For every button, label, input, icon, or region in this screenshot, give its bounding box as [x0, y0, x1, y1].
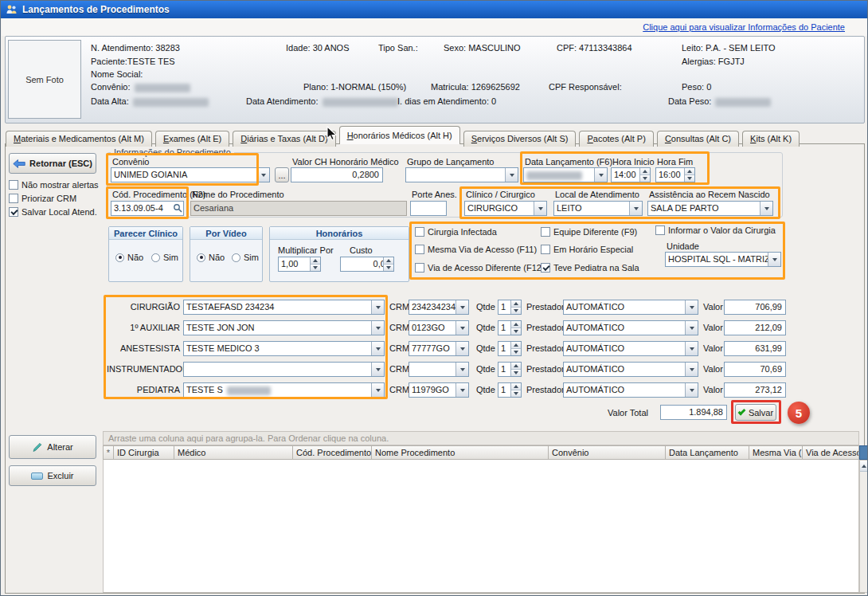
crm-select[interactable] — [409, 362, 469, 377]
prestador-select[interactable]: AUTOMÁTICO — [563, 320, 698, 335]
qtde-input[interactable]: 1 — [498, 341, 522, 356]
prestador-select[interactable]: AUTOMÁTICO — [563, 341, 698, 356]
excluir-button[interactable]: Excluir — [9, 465, 96, 486]
unidade-select[interactable]: HOSPITAL SQL - MATRIZ — [665, 252, 781, 267]
medico-select-auxiliar[interactable]: TESTE JON JON — [183, 320, 385, 335]
porte-anes-input[interactable] — [410, 201, 447, 216]
checkbox-horario-especial[interactable]: Em Horário Especial — [541, 245, 633, 254]
grupo-lancamento-select[interactable] — [405, 167, 518, 182]
dropdown-arrow-icon[interactable] — [768, 253, 780, 266]
group-by-bar[interactable]: Arraste uma coluna aqui para agrupa-la. … — [103, 431, 859, 445]
parecer-sim-radio[interactable]: Sim — [151, 253, 178, 262]
qtde-input[interactable]: 1 — [498, 362, 522, 377]
spinner-buttons[interactable] — [510, 321, 521, 335]
dropdown-arrow-icon[interactable] — [685, 321, 698, 335]
medico-select-instrumentador[interactable] — [183, 362, 385, 377]
retornar-button[interactable]: Retornar (ESC) — [9, 153, 96, 174]
hora-inicio-input[interactable]: 14:00 — [611, 167, 651, 182]
search-icon[interactable] — [173, 203, 182, 216]
spinner-buttons[interactable] — [684, 168, 694, 182]
spinner-buttons[interactable] — [510, 342, 521, 355]
tab-consultas[interactable]: Consultas (Alt C) — [657, 131, 739, 147]
checkbox-informar-valor[interactable]: Informar o Valor da Cirurgia — [655, 225, 776, 235]
tab-exames[interactable]: Exames (Alt E) — [155, 131, 229, 147]
checkbox-cirurgia-infectada[interactable]: Cirurgia Infectada — [415, 227, 497, 237]
video-sim-radio[interactable]: Sim — [232, 253, 259, 262]
medico-select-cirurgiao[interactable]: TESTAEFASD 234234 — [183, 300, 385, 315]
checkbox-nao-mostrar-alertas[interactable]: Não mostrar alertas — [9, 180, 99, 190]
dropdown-arrow-icon[interactable] — [371, 342, 384, 355]
tab-diarias-taxas[interactable]: Diárias e Taxas (Alt D) — [233, 131, 335, 147]
dropdown-arrow-icon[interactable] — [685, 300, 698, 314]
parecer-nao-radio[interactable]: Não — [115, 253, 143, 262]
prestador-select[interactable]: AUTOMÁTICO — [563, 382, 698, 398]
dropdown-arrow-icon[interactable] — [456, 363, 468, 376]
column-header-medico[interactable]: Médico — [174, 445, 293, 460]
column-header-via-de-acesso[interactable]: Via de Acesso — [803, 445, 859, 460]
tab-materiais-medicamentos[interactable]: Materiais e Medicamentos (Alt M) — [6, 131, 152, 147]
dropdown-arrow-icon[interactable] — [685, 342, 698, 355]
video-nao-radio[interactable]: Não — [197, 253, 225, 262]
clinico-cirurgico-select[interactable]: CIRURGICO — [464, 201, 547, 216]
dropdown-arrow-icon[interactable] — [685, 383, 698, 397]
checkbox-teve-pediatra[interactable]: Teve Pediatra na Sala — [541, 263, 639, 273]
checkbox-via-diferente[interactable]: Via de Acesso Diferente (F12) — [415, 263, 545, 273]
grid-scrollbar[interactable] — [859, 460, 868, 593]
hora-fim-input[interactable]: 16:00 — [655, 167, 695, 182]
dropdown-arrow-icon[interactable] — [456, 342, 468, 355]
assistencia-select[interactable]: SALA DE PARTO — [647, 201, 773, 216]
column-header-convenio[interactable]: Convênio — [549, 445, 666, 460]
dropdown-arrow-icon[interactable] — [371, 363, 384, 376]
spinner-buttons[interactable] — [383, 257, 393, 271]
column-header-cod-procedimento[interactable]: Cód. Procedimento — [293, 445, 372, 460]
multiplicar-input[interactable]: 1,00 — [278, 257, 321, 272]
dropdown-arrow-icon[interactable] — [256, 168, 269, 182]
valor-input[interactable]: 273,12 — [724, 382, 786, 398]
convenio-select[interactable]: UNIMED GOIANIA — [111, 167, 270, 182]
checkbox-salvar-local-atend[interactable]: Salvar Local Atend. — [9, 207, 97, 217]
column-header-mesma-via[interactable]: Mesma Via ( — [749, 445, 803, 460]
dropdown-arrow-icon[interactable] — [505, 168, 518, 182]
tab-pacotes[interactable]: Pacotes (Alt P) — [579, 131, 653, 147]
spinner-buttons[interactable] — [510, 383, 521, 397]
medico-select-pediatra[interactable]: TESTE S — [183, 382, 385, 398]
patient-info-link[interactable]: Clique aqui para visualizar Informações … — [643, 22, 845, 32]
valor-input[interactable]: 706,99 — [724, 300, 786, 315]
valor-input[interactable]: 212,09 — [724, 320, 786, 335]
crm-select[interactable]: 0123GO — [409, 320, 469, 335]
column-header-nome-procedimento[interactable]: Nome Procedimento — [372, 445, 549, 460]
qtde-input[interactable]: 1 — [498, 300, 522, 315]
convenio-more-button[interactable]: ... — [275, 167, 289, 182]
local-atendimento-select[interactable]: LEITO — [553, 201, 643, 216]
spinner-buttons[interactable] — [510, 300, 521, 314]
dropdown-arrow-icon[interactable] — [629, 202, 642, 215]
crm-select[interactable]: 77777GO — [409, 341, 469, 356]
spinner-buttons[interactable] — [639, 168, 650, 182]
data-lancamento-select[interactable] — [523, 167, 608, 182]
checkbox-equipe-diferente[interactable]: Equipe Diferente (F9) — [541, 227, 637, 237]
prestador-select[interactable]: AUTOMÁTICO — [563, 362, 698, 377]
checkbox-priorizar-crm[interactable]: Priorizar CRM — [9, 194, 76, 203]
dropdown-arrow-icon[interactable] — [456, 321, 468, 335]
medico-select-anestesista[interactable]: TESTE MEDICO 3 — [183, 341, 385, 356]
dropdown-arrow-icon[interactable] — [456, 300, 468, 314]
dropdown-arrow-icon[interactable] — [371, 300, 384, 314]
column-header-id-cirurgia[interactable]: ID Cirurgia — [114, 445, 174, 460]
dropdown-arrow-icon[interactable] — [534, 202, 546, 215]
spinner-buttons[interactable] — [310, 257, 320, 271]
prestador-select[interactable]: AUTOMÁTICO — [563, 300, 698, 315]
crm-select[interactable]: 234234234( — [409, 300, 469, 315]
valor-ch-input[interactable]: 0,2800 — [291, 167, 383, 182]
crm-select[interactable]: 11979GO — [409, 382, 469, 398]
dropdown-arrow-icon[interactable] — [594, 168, 607, 182]
scroll-up-icon[interactable] — [860, 461, 867, 472]
salvar-button[interactable]: Salvar — [735, 404, 776, 421]
dropdown-arrow-icon[interactable] — [760, 202, 772, 215]
tab-kits[interactable]: Kits (Alt K) — [742, 131, 800, 147]
cod-procedimento-input[interactable]: 3.13.09.05-4 — [111, 201, 184, 216]
alterar-button[interactable]: Alterar — [9, 435, 96, 459]
valor-input[interactable]: 631,99 — [724, 341, 786, 356]
tab-honorarios-medicos[interactable]: Honorários Médicos (Alt H) — [339, 126, 460, 144]
dropdown-arrow-icon[interactable] — [371, 321, 384, 335]
tab-servicos-diversos[interactable]: Serviços Diversos (Alt S) — [463, 131, 577, 147]
